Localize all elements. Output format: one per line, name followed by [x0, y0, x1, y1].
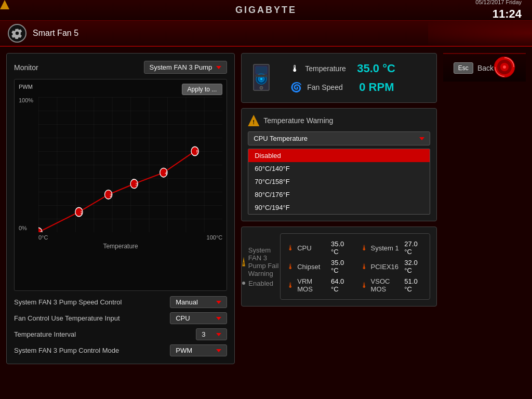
info-values: 🌡 Temperature 35.0 °C 🌀 Fan Speed 0 RPM: [290, 62, 430, 94]
temp-icon-system1: 🌡: [361, 244, 368, 252]
esc-key[interactable]: Esc: [454, 62, 473, 74]
monitor-label: Monitor: [14, 63, 38, 72]
header: GIGABYTE 05/12/2017 Friday 11:24: [0, 0, 532, 21]
temp-row-chipset: 🌡 Chipset 35.0 °C: [287, 259, 350, 274]
svg-text:3: 3: [136, 181, 138, 187]
control-mode-label: System FAN 3 Pump Control Mode: [14, 347, 119, 354]
fail-card: ! System FAN 3 Pump Fail Warning Enabled…: [241, 227, 437, 307]
dropdown-item-70[interactable]: 70°C/158°F: [248, 175, 430, 188]
temp-interval-label: Temperature Interval: [14, 330, 76, 338]
warning-header: ! Temperature Warning: [248, 115, 430, 126]
monitor-row: Monitor System FAN 3 Pump: [14, 61, 227, 74]
dropdown-item-90[interactable]: 90°C/194°F: [248, 201, 430, 214]
y-axis-labels: 100% 0%: [19, 97, 38, 232]
dropdown-item-60[interactable]: 60°C/140°F: [248, 162, 430, 175]
footer: Esc Back: [443, 53, 526, 82]
speed-control-row: System FAN 3 Pump Speed Control Manual: [14, 296, 227, 308]
svg-text:1: 1: [81, 210, 83, 216]
fan-speed-row: 🌀 Fan Speed 0 RPM: [290, 81, 430, 94]
fail-enabled-label: Enabled: [248, 280, 273, 287]
temps-grid: 🌡 CPU 35.0 °C 🌡 System 1 27.0 °C 🌡 Chips…: [287, 240, 423, 293]
cpu-label: CPU: [297, 244, 328, 252]
pwm-label: PWM: [19, 84, 33, 90]
temp-row-system1: 🌡 System 1 27.0 °C: [361, 240, 423, 256]
left-panel: Monitor System FAN 3 Pump PWM Apply to .…: [6, 53, 235, 364]
svg-rect-0: [38, 97, 222, 232]
temperature-axis-label: Temperature: [19, 243, 222, 250]
fail-title: System FAN 3 Pump Fail Warning: [248, 246, 280, 277]
chart-canvas: 0 1 2 3 4 5: [38, 97, 222, 232]
vrmmos-label: VRM MOS: [297, 277, 328, 293]
temp-interval-dropdown[interactable]: 3: [196, 328, 227, 340]
pciex16-value: 32.0 °C: [404, 259, 423, 274]
temp-icon-chipset: 🌡: [287, 262, 294, 271]
pciex16-label: PCIEX16: [371, 263, 402, 271]
chevron-down-icon: [216, 66, 221, 69]
temp-icon-pciex16: 🌡: [361, 262, 368, 271]
fan-speed-value: 0 RPM: [359, 81, 394, 94]
chipset-label: Chipset: [297, 263, 328, 271]
temp-interval-row: Temperature Interval 3: [14, 328, 227, 340]
app-title: GIGABYTE: [235, 5, 297, 16]
chart-grid: 100% 0%: [19, 97, 222, 232]
right-panel: 🌡 Temperature 35.0 °C 🌀 Fan Speed 0 RPM …: [241, 53, 437, 364]
esc-back-area: Esc Back: [454, 62, 494, 74]
temperature-label: Temperature: [305, 64, 352, 73]
fail-value-row: Enabled: [242, 280, 280, 287]
apply-button[interactable]: Apply to ...: [182, 84, 223, 95]
gear-icon: [8, 24, 26, 43]
temperature-value: 35.0 °C: [357, 62, 395, 75]
footer-logo: [494, 56, 515, 80]
svg-text:0: 0: [40, 230, 42, 232]
chevron-down-icon: [216, 301, 221, 304]
chipset-value: 35.0 °C: [331, 259, 350, 274]
chart-area: PWM Apply to ... 100% 0%: [14, 79, 227, 291]
back-label: Back: [477, 64, 494, 72]
chevron-down-icon: [216, 349, 221, 352]
monitor-dropdown[interactable]: System FAN 3 Pump: [144, 61, 228, 74]
time: 11:24: [475, 6, 522, 22]
vrmmos-value: 64.0 °C: [331, 277, 350, 293]
chevron-down-icon: [419, 137, 424, 140]
system1-label: System 1: [371, 244, 402, 252]
fan-icon: 🌀: [290, 82, 302, 93]
temp-row-vsocmos: 🌡 VSOC MOS 51.0 °C: [361, 277, 423, 293]
temp-input-row: Fan Control Use Temperature Input CPU: [14, 312, 227, 324]
dropdown-item-disabled[interactable]: Disabled: [248, 149, 430, 162]
chevron-down-icon: [216, 333, 221, 336]
vsocmos-value: 51.0 °C: [404, 277, 423, 293]
dropdown-item-80[interactable]: 80°C/176°F: [248, 188, 430, 201]
pc-icon: [248, 60, 284, 96]
temp-row-pciex16: 🌡 PCIEX16 32.0 °C: [361, 259, 423, 274]
warning-title: Temperature Warning: [263, 116, 333, 125]
svg-rect-14: [256, 66, 267, 74]
temp-icon-cpu: 🌡: [287, 244, 294, 252]
page-title: Smart Fan 5: [33, 29, 78, 38]
svg-point-17: [260, 78, 262, 80]
fail-info: ! System FAN 3 Pump Fail Warning Enabled: [242, 246, 280, 287]
temps-card: 🌡 CPU 35.0 °C 🌡 System 1 27.0 °C 🌡 Chips…: [280, 233, 430, 300]
date-day: 05/12/2017 Friday: [475, 0, 522, 5]
cpu-temp-dropdown[interactable]: CPU Temperature: [248, 131, 430, 145]
svg-text:5: 5: [196, 149, 198, 155]
svg-text:2: 2: [110, 192, 112, 198]
fan-big-icon: ! System FAN 3 Pump Fail Warning Enabled: [248, 254, 274, 280]
datetime: 05/12/2017 Friday 11:24: [475, 0, 522, 22]
temperature-row: 🌡 Temperature 35.0 °C: [290, 62, 430, 75]
temp-row-vrmmos: 🌡 VRM MOS 64.0 °C: [287, 277, 350, 293]
warning-open-dropdown: Disabled 60°C/140°F 70°C/158°F 80°C/176°…: [248, 149, 430, 215]
warning-small-icon: !: [242, 257, 245, 267]
svg-rect-19: [256, 75, 267, 77]
fan-speed-label: Fan Speed: [307, 83, 354, 91]
svg-point-18: [260, 86, 263, 89]
cpu-value: 35.0 °C: [331, 240, 350, 256]
warning-card: ! Temperature Warning CPU Temperature Di…: [241, 108, 437, 221]
warning-dropdown-list: Disabled 60°C/140°F 70°C/158°F 80°C/176°…: [248, 149, 430, 215]
svg-text:4: 4: [165, 170, 167, 176]
x-axis-labels: 0°C 100°C: [38, 234, 222, 241]
control-mode-dropdown[interactable]: PWM: [170, 344, 227, 356]
temp-input-dropdown[interactable]: CPU: [170, 312, 227, 324]
speed-control-dropdown[interactable]: Manual: [170, 296, 227, 308]
control-mode-row: System FAN 3 Pump Control Mode PWM: [14, 344, 227, 356]
vsocmos-label: VSOC MOS: [371, 277, 402, 293]
